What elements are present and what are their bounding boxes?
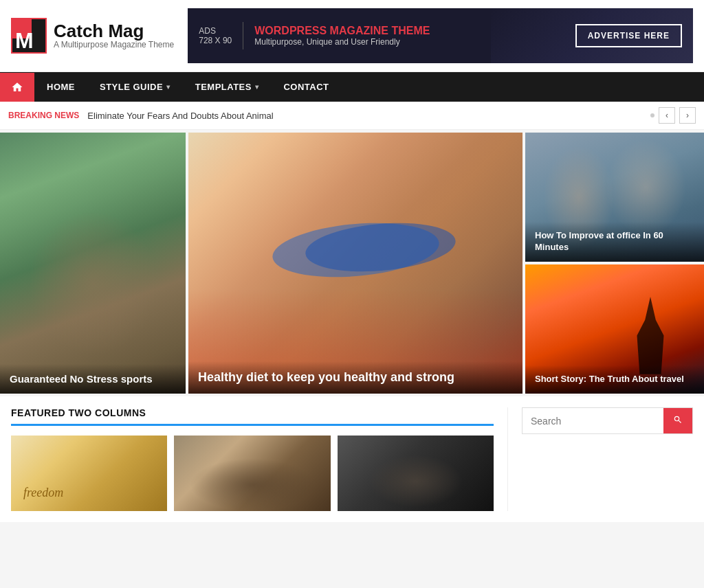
breaking-next-button[interactable]: › [679,107,696,124]
featured-grid: freedom [11,436,494,511]
breaking-news-nav: ‹ › [650,107,696,124]
nav-items: HOME STYLE GUIDE ▾ TEMPLATES ▾ CONTACT [34,72,342,102]
search-box [522,407,693,434]
breaking-news-bar: BREAKING NEWS Eliminate Your Fears And D… [0,102,704,130]
nav-bar: HOME STYLE GUIDE ▾ TEMPLATES ▾ CONTACT [0,72,704,102]
featured-column: FEATURED TWO COLUMNS freedom [11,407,507,511]
chevron-down-icon: ▾ [166,83,170,91]
nav-item-style-guide[interactable]: STYLE GUIDE ▾ [87,72,183,102]
site-name: Catch Mag [54,22,174,40]
lower-section: FEATURED TWO COLUMNS freedom [0,396,704,522]
hero-card-right-bottom[interactable]: Short Story: The Truth About travel [525,264,704,394]
home-icon [11,81,23,93]
ad-divider [243,22,243,49]
sidebar-column [507,407,693,511]
search-input[interactable] [522,408,663,433]
featured-image-2 [174,436,330,511]
featured-card-1[interactable]: freedom [11,436,167,511]
featured-image-3 [338,436,494,511]
hero-card-left[interactable]: Guaranteed No Stress sports [0,133,186,394]
hero-card-center[interactable]: Healthy diet to keep you healthy and str… [188,133,522,394]
site-header: M Catch Mag A Multipurpose Magazine Them… [0,0,704,72]
ad-size: ADS 728 X 90 [199,26,232,45]
nav-item-home[interactable]: HOME [34,72,87,102]
hero-caption-right-top: How To Improve at office In 60 Minutes [525,222,704,262]
hero-grid: Guaranteed No Stress sports Healthy diet… [0,133,704,394]
hero-caption-center: Healthy diet to keep you healthy and str… [188,361,522,394]
section-title-underline [11,424,494,426]
hero-image-woman-backpack [0,133,186,394]
hero-image-sunglasses [188,133,522,394]
logo-text: Catch Mag A Multipurpose Magazine Theme [54,22,174,49]
ad-banner: ADS 728 X 90 WORDPRESS MAGAZINE THEME Mu… [188,8,693,63]
ad-headline: WORDPRESS MAGAZINE THEME [254,25,430,37]
breaking-prev-button[interactable]: ‹ [659,107,675,124]
nav-label-contact: CONTACT [283,82,329,92]
featured-card-2[interactable] [174,436,330,511]
ad-text: WORDPRESS MAGAZINE THEME Multipurpose, U… [254,25,430,47]
ad-subtext: Multipurpose, Unique and User Friendly [254,37,430,47]
logo-icon: M [11,18,47,54]
breaking-news-label: BREAKING NEWS [8,111,79,120]
breaking-news-text: Eliminate Your Fears And Doubts About An… [87,111,642,121]
ad-size-label: ADS [199,26,232,36]
logo[interactable]: M Catch Mag A Multipurpose Magazine Them… [11,18,174,54]
chevron-down-icon: ▾ [255,83,259,91]
featured-card-3[interactable] [338,436,494,511]
breaking-dot [650,113,654,117]
featured-image-1: freedom [11,436,167,511]
ad-cta-button[interactable]: ADVERTISE HERE [575,24,682,47]
featured-section-title: FEATURED TWO COLUMNS [11,407,494,424]
hero-caption-left: Guaranteed No Stress sports [0,364,186,394]
ad-size-value: 728 X 90 [199,36,232,45]
nav-label-style-guide: STYLE GUIDE [100,82,163,92]
nav-item-templates[interactable]: TEMPLATES ▾ [183,72,272,102]
search-button[interactable] [663,408,692,433]
nav-label-home: HOME [47,82,75,92]
search-icon [673,415,683,425]
site-tagline: A Multipurpose Magazine Theme [54,40,174,49]
nav-item-contact[interactable]: CONTACT [271,72,341,102]
hero-card-right-top[interactable]: How To Improve at office In 60 Minutes [525,133,704,262]
nav-label-templates: TEMPLATES [195,82,252,92]
hero-caption-right-bottom: Short Story: The Truth About travel [525,365,704,394]
featured-text-freedom: freedom [18,482,69,504]
nav-home-icon-btn[interactable] [0,73,34,102]
svg-text:M: M [15,28,34,53]
